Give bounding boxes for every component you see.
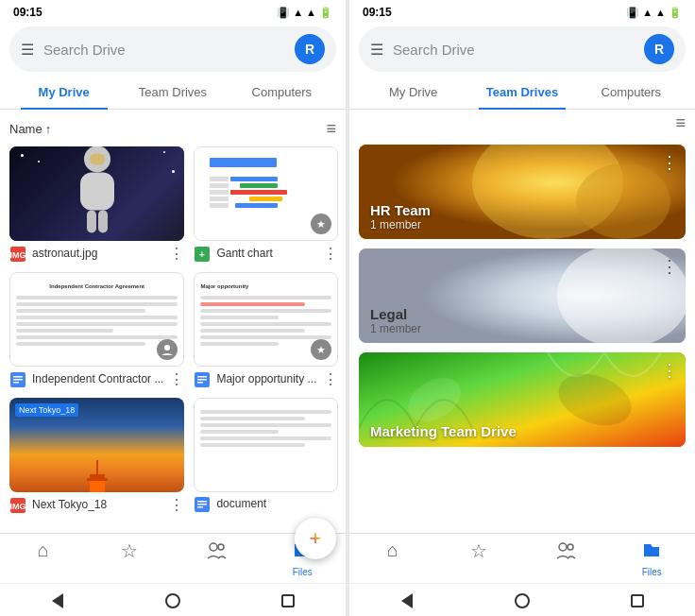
- drive-card-legal[interactable]: Legal 1 member ⋮: [359, 248, 686, 343]
- svg-rect-8: [13, 382, 19, 384]
- more-options-gantt[interactable]: ⋮: [323, 245, 338, 263]
- sort-row-right: ≡: [349, 110, 695, 141]
- files-label-left: Files: [293, 567, 313, 577]
- tab-computers-right[interactable]: Computers: [577, 76, 686, 109]
- more-options-astronaut[interactable]: ⋮: [169, 245, 184, 263]
- list-item: ★ + Gantt chart ⋮: [194, 146, 337, 263]
- home-icon-left: ⌂: [38, 539, 49, 561]
- search-input-left[interactable]: Search Drive: [43, 42, 285, 58]
- list-item: IMG astronaut.jpg ⋮: [9, 146, 184, 263]
- svg-point-4: [164, 345, 170, 351]
- tab-my-drive-left[interactable]: My Drive: [9, 76, 118, 109]
- svg-text:IMG: IMG: [10, 502, 25, 511]
- tokyo-label: Next Tokyo_18: [15, 403, 78, 417]
- search-bar-right[interactable]: ☰ Search Drive R: [359, 26, 686, 72]
- svg-rect-10: [197, 376, 207, 378]
- tab-team-drives-right[interactable]: Team Drives: [467, 76, 576, 109]
- more-options-opportunity[interactable]: ⋮: [323, 370, 338, 388]
- sheets-icon-gantt: +: [194, 246, 211, 263]
- nav-home-left[interactable]: ⌂: [0, 539, 87, 577]
- nav-files-right[interactable]: Files: [609, 539, 696, 577]
- back-button-left[interactable]: [46, 590, 69, 612]
- files-icon-right: [641, 539, 662, 565]
- team-drives-content: HR Team 1 member ⋮: [349, 141, 695, 533]
- list-item: Next Tokyo_18 IMG Nex: [9, 398, 184, 514]
- recents-button-left[interactable]: [277, 590, 299, 612]
- add-icon: +: [310, 526, 322, 551]
- avatar-left[interactable]: R: [295, 34, 325, 64]
- list-view-icon[interactable]: ≡: [326, 119, 336, 139]
- drive-card-marketing[interactable]: Marketing Team Drive ⋮: [359, 352, 686, 447]
- sort-label[interactable]: Name ↑: [9, 122, 51, 136]
- hr-overlay: HR Team 1 member: [359, 195, 686, 239]
- drive-members-legal: 1 member: [370, 322, 674, 335]
- person-badge-contract: [157, 339, 178, 360]
- docs-icon-doc5: [194, 496, 211, 513]
- nav-shared-left[interactable]: [173, 539, 260, 577]
- status-icons-right: 📳 ▲ ▲ 🔋: [626, 7, 682, 19]
- file-info-tokyo: IMG Next Tokyo_18 ⋮: [9, 492, 184, 514]
- image-icon-astronaut: IMG: [9, 246, 26, 263]
- tab-my-drive-right[interactable]: My Drive: [359, 76, 467, 109]
- file-name-contract: Independent Contractor ...: [32, 372, 163, 387]
- nav-starred-right[interactable]: ☆: [436, 539, 523, 577]
- file-name-opportunity: Major opportunity ...: [216, 372, 316, 387]
- search-bar-left[interactable]: ☰ Search Drive R: [9, 26, 336, 72]
- svg-rect-12: [197, 382, 203, 384]
- file-thumbnail-astronaut[interactable]: [9, 146, 184, 241]
- more-options-legal[interactable]: ⋮: [661, 256, 678, 277]
- file-thumbnail-gantt[interactable]: ★: [194, 146, 337, 241]
- signal-icon-right: ▲: [655, 7, 666, 18]
- drive-name-hr: HR Team: [370, 202, 674, 218]
- right-phone: 09:15 📳 ▲ ▲ 🔋 ☰ Search Drive R My Drive …: [349, 0, 695, 616]
- fab-add-button[interactable]: +: [295, 518, 336, 559]
- tab-computers-left[interactable]: Computers: [228, 76, 336, 109]
- list-view-icon-right[interactable]: ≡: [675, 113, 686, 133]
- hamburger-icon-left[interactable]: ☰: [21, 41, 34, 59]
- nav-starred-left[interactable]: ☆: [87, 539, 174, 577]
- svg-point-19: [210, 543, 217, 551]
- tabs-right: My Drive Team Drives Computers: [349, 76, 695, 110]
- svg-rect-16: [197, 501, 207, 503]
- file-thumbnail-opportunity[interactable]: Major opportunity ★: [194, 272, 337, 367]
- status-bar-left: 09:15 📳 ▲ ▲ 🔋: [0, 0, 346, 23]
- more-options-tokyo[interactable]: ⋮: [169, 496, 184, 514]
- svg-point-29: [559, 543, 567, 551]
- svg-text:+: +: [200, 249, 206, 260]
- file-name-astronaut: astronaut.jpg: [32, 247, 163, 262]
- file-info-astronaut: IMG astronaut.jpg ⋮: [9, 241, 184, 263]
- more-options-hr[interactable]: ⋮: [661, 152, 678, 173]
- files-label-right: Files: [642, 567, 662, 577]
- file-thumbnail-contract[interactable]: Independent Contractor Agreement: [9, 272, 184, 367]
- search-input-right[interactable]: Search Drive: [393, 42, 635, 58]
- time-right: 09:15: [363, 6, 392, 19]
- recents-button-right[interactable]: [626, 590, 649, 612]
- left-phone: 09:15 📳 ▲ ▲ 🔋 ☰ Search Drive R My Drive …: [0, 0, 346, 616]
- svg-rect-6: [13, 376, 23, 378]
- wifi-icon-right: ▲: [642, 7, 653, 18]
- avatar-right[interactable]: R: [644, 34, 674, 64]
- android-nav-right: [349, 583, 695, 616]
- list-item: Major opportunity ★: [194, 272, 337, 388]
- home-icon-right: ⌂: [387, 539, 398, 561]
- file-thumbnail-doc5[interactable]: [194, 398, 337, 492]
- marketing-overlay: Marketing Team Drive: [359, 416, 686, 447]
- back-button-right[interactable]: [396, 590, 418, 612]
- drive-members-hr: 1 member: [370, 218, 674, 231]
- file-name-doc5: document: [216, 497, 337, 512]
- tab-team-drives-left[interactable]: Team Drives: [118, 76, 227, 109]
- battery-icon: 🔋: [319, 7, 332, 19]
- nav-shared-right[interactable]: [522, 539, 609, 577]
- home-button-right[interactable]: [511, 590, 534, 612]
- drive-card-hr[interactable]: HR Team 1 member ⋮: [359, 145, 686, 239]
- nav-home-right[interactable]: ⌂: [349, 539, 436, 577]
- star-badge-opportunity: ★: [311, 339, 331, 360]
- shared-icon-right: [555, 539, 576, 565]
- hamburger-icon-right[interactable]: ☰: [370, 41, 383, 59]
- file-thumbnail-tokyo[interactable]: Next Tokyo_18: [9, 398, 184, 492]
- star-icon-right: ☆: [470, 539, 487, 562]
- file-grid: IMG astronaut.jpg ⋮: [9, 146, 336, 514]
- more-options-contract[interactable]: ⋮: [169, 370, 184, 388]
- home-button-left[interactable]: [161, 590, 184, 612]
- more-options-marketing[interactable]: ⋮: [661, 360, 678, 381]
